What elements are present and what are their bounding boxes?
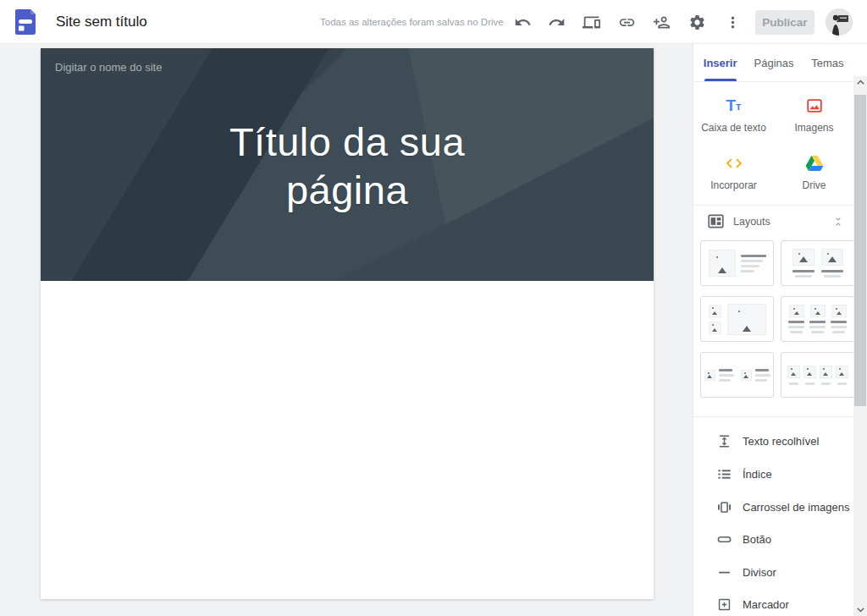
tab-temas[interactable]: Temas [801,44,854,81]
device-preview-icon[interactable] [581,12,601,32]
placeholder-icon [715,596,732,613]
settings-gear-icon[interactable] [687,12,707,32]
redo-icon[interactable] [546,12,566,32]
collapsible-text-icon [715,432,732,449]
insert-grid: Tт Caixa de texto Imagens Incorporar [693,86,854,201]
divider-icon [715,564,732,580]
site-canvas: Digitar o nome do site Título da sua pág… [41,48,654,599]
layouts-grid-icon [708,214,724,228]
page-body[interactable] [41,281,654,599]
text-box-icon: Tт [726,96,742,116]
sidebar-tabs: Inserir Páginas Temas [693,44,854,82]
component-image-carousel[interactable]: Carrossel de imagens [693,491,854,523]
table-of-contents-icon [715,465,732,482]
divider [693,205,854,206]
google-sites-logo [15,9,36,35]
person-add-icon[interactable] [651,12,671,32]
sidebar-scrollbar[interactable] [853,76,867,616]
header-banner[interactable]: Digitar o nome do site Título da sua pág… [41,48,654,281]
images-icon [805,96,824,116]
site-name-placeholder[interactable]: Digitar o nome do site [55,61,162,74]
component-collapsible-text[interactable]: Texto recolhível [693,425,854,457]
scroll-down-icon[interactable] [853,604,867,616]
insert-embed[interactable]: Incorporar [693,144,774,201]
component-button[interactable]: Botão [693,523,854,555]
undo-icon[interactable] [512,12,533,32]
component-table-of-contents[interactable]: Índice [693,458,854,490]
save-status: Todas as alterações foram salvas no Driv… [320,0,504,44]
layout-image-left-text[interactable] [700,240,774,286]
page-title-line2: página [41,166,654,214]
layout-two-images-text[interactable] [781,240,854,286]
drive-icon [805,153,824,173]
insert-images[interactable]: Imagens [774,86,854,144]
link-icon[interactable] [616,12,637,32]
more-vert-icon[interactable] [722,12,743,32]
publish-button[interactable]: Publicar [755,10,815,35]
scroll-up-icon[interactable] [853,76,867,88]
layout-two-text-items[interactable] [700,352,774,398]
sidebar: Inserir Páginas Temas Tт Caixa de texto … [693,44,867,616]
layout-four-columns[interactable] [781,352,854,398]
top-bar: Site sem título Todas as alterações fora… [0,0,867,44]
collapse-layouts-icon[interactable] [832,215,844,228]
page-title-line1: Título da sua [41,118,654,166]
image-carousel-icon [715,498,732,515]
scrollbar-thumb[interactable] [854,95,866,406]
tab-inserir[interactable]: Inserir [693,44,747,81]
layout-small-images-large-image[interactable] [700,296,774,342]
tab-paginas[interactable]: Páginas [747,44,800,81]
layout-three-columns[interactable] [781,296,854,342]
insert-drive[interactable]: Drive [774,144,854,201]
site-title[interactable]: Site sem título [56,0,147,44]
component-divider[interactable]: Divisor [693,556,854,588]
avatar[interactable] [826,8,853,36]
layouts-header: Layouts [693,210,854,235]
embed-icon [725,153,743,173]
divider [693,416,854,417]
component-placeholder[interactable]: Marcador [693,588,854,616]
insert-text-box[interactable]: Tт Caixa de texto [693,86,774,144]
page-title[interactable]: Título da sua página [41,118,654,215]
button-icon [715,531,732,547]
layouts-title: Layouts [733,216,770,228]
